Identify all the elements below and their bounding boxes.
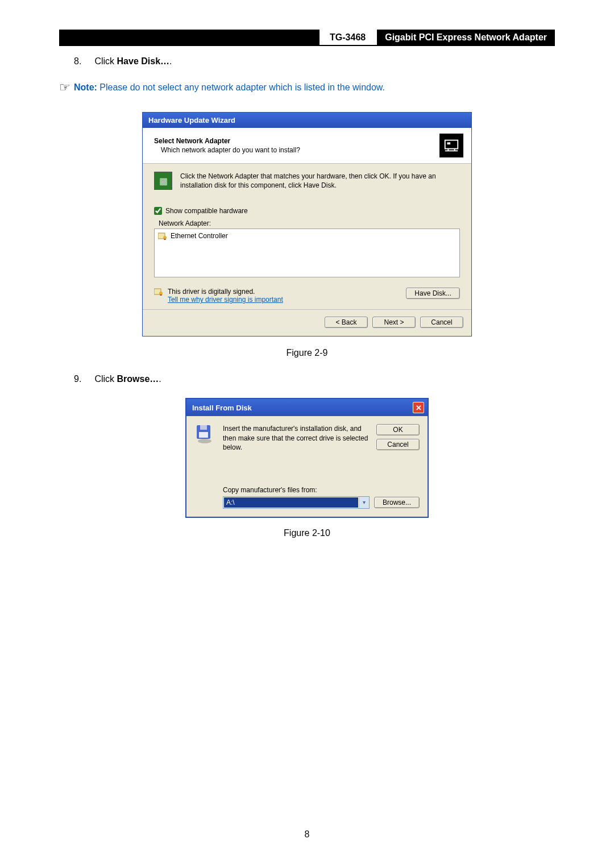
hardware-update-wizard-window: Hardware Update Wizard Select Network Ad…	[142, 112, 472, 337]
figure-2-10-caption: Figure 2-10	[59, 528, 555, 538]
floppy-disk-icon	[194, 424, 215, 445]
signed-driver-icon	[154, 288, 163, 296]
signed-driver-icon	[158, 232, 167, 240]
list-item-label: Ethernet Controller	[171, 232, 228, 240]
show-compatible-checkbox-row[interactable]: Show compatible hardware	[154, 207, 460, 215]
wizard-head-title: Select Network Adapter	[154, 137, 300, 145]
back-button[interactable]: < Back	[325, 317, 368, 328]
next-button[interactable]: Next >	[372, 317, 416, 328]
network-adapter-icon	[439, 134, 463, 157]
page-number: 8	[0, 829, 614, 840]
adapter-card-icon: ▦	[154, 172, 172, 190]
show-compatible-checkbox[interactable]	[154, 207, 162, 215]
step-8-number: 8.	[74, 56, 92, 67]
ifd-instruction-text: Insert the manufacturer's installation d…	[223, 424, 368, 452]
browse-button[interactable]: Browse...	[374, 497, 420, 508]
wizard-titlebar: Hardware Update Wizard	[143, 113, 471, 128]
wizard-instruction-text: Click the Network Adapter that matches y…	[180, 172, 460, 190]
step-9-bold: Browse…	[117, 374, 159, 384]
svg-rect-10	[200, 425, 207, 430]
drive-input[interactable]	[224, 497, 358, 508]
ifd-titlebar: Install From Disk ✕	[186, 399, 428, 416]
svg-rect-1	[447, 142, 451, 144]
wizard-instruction-row: ▦ Click the Network Adapter that matches…	[154, 172, 460, 190]
note-line: ☞ Note: Please do not select any network…	[59, 80, 555, 95]
step-8-line: 8. Click Have Disk….	[74, 56, 555, 67]
show-compatible-label: Show compatible hardware	[165, 207, 248, 215]
driver-signing-link[interactable]: Tell me why driver signing is important	[168, 296, 283, 304]
network-adapter-list-label: Network Adapter:	[159, 219, 460, 227]
cancel-button[interactable]: Cancel	[420, 317, 463, 328]
close-button[interactable]: ✕	[413, 402, 424, 413]
wizard-footer: < Back Next > Cancel	[143, 309, 471, 336]
wizard-head-subtitle: Which network adapter do you want to ins…	[161, 146, 300, 154]
list-item[interactable]: Ethernet Controller	[158, 231, 456, 240]
svg-point-12	[198, 439, 211, 443]
driver-signed-text: This driver is digitally signed.	[168, 288, 283, 296]
network-adapter-listbox[interactable]: Ethernet Controller	[154, 229, 460, 277]
step-9-line: 9. Click Browse….	[74, 374, 555, 384]
header-spacer	[59, 30, 320, 45]
product-label: Gigabit PCI Express Network Adapter	[377, 30, 555, 45]
figure-2-9-caption: Figure 2-9	[59, 348, 555, 358]
model-label: TG-3468	[320, 30, 377, 45]
chevron-down-icon[interactable]: ▾	[359, 497, 369, 508]
svg-rect-0	[445, 140, 458, 149]
step-8-prefix: Click	[94, 56, 117, 66]
note-text: Please do not select any network adapter…	[97, 82, 385, 92]
wizard-header: Select Network Adapter Which network ada…	[143, 128, 471, 164]
doc-header: TG-3468 Gigabit PCI Express Network Adap…	[59, 30, 555, 46]
cancel-button[interactable]: Cancel	[376, 439, 420, 450]
install-from-disk-window: Install From Disk ✕ Insert the manufactu…	[185, 398, 429, 518]
drive-combobox[interactable]: ▾	[223, 496, 370, 509]
step-8-suffix: .	[169, 56, 172, 66]
step-9-number: 9.	[74, 374, 92, 384]
ok-button[interactable]: OK	[376, 424, 420, 435]
copy-from-label: Copy manufacturer's files from:	[223, 486, 420, 494]
note-label: Note:	[74, 82, 97, 92]
ifd-title-text: Install From Disk	[192, 404, 252, 412]
svg-rect-11	[199, 432, 208, 438]
have-disk-button[interactable]: Have Disk...	[406, 288, 460, 299]
step-9-prefix: Click	[94, 374, 117, 384]
pointing-hand-icon: ☞	[59, 80, 70, 95]
step-8-bold: Have Disk…	[117, 56, 170, 66]
step-9-suffix: .	[159, 374, 161, 384]
